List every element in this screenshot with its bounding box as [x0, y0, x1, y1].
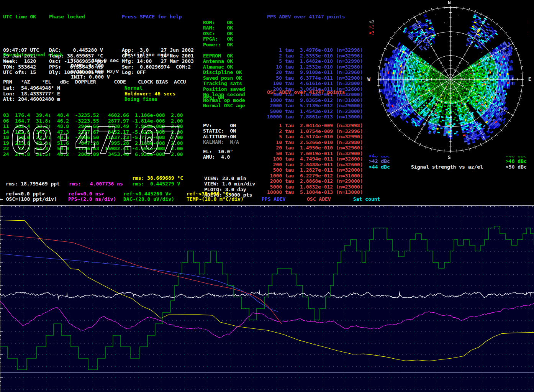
help-hint[interactable]: Press SPACE for help — [122, 14, 194, 20]
table-row: 1000 tau 6.2279e-012 (n=31000) — [267, 173, 363, 179]
compass-east: E — [528, 77, 531, 82]
table-row: 5000 tau 1.0832e-012 (n=23000) — [267, 184, 363, 190]
loop-param-line: TC: 100.0 sec — [71, 58, 119, 64]
satellite-table-header: PRN °AZ °EL dBc DOPPLER CODE CLOCK BIAS … — [3, 79, 186, 85]
gps-status-line: Position saved — [203, 87, 245, 92]
plot-scale-label[interactable]: PPS ADEV — [262, 197, 286, 202]
big-clock-digits: 09:47:07 — [10, 121, 181, 161]
rms-readout: rms: 4.007736 ns — [69, 181, 123, 187]
table-row: 200 tau 2.8488e-011 (n=32600) — [267, 162, 363, 168]
phase-status: Phase locked — [49, 14, 106, 20]
plot-scale-label[interactable]: DAC~(20.0 uV/div) — [123, 197, 174, 202]
compass-north: N — [448, 0, 451, 6]
view-queue-line: VIEW: 1.0 min/div — [204, 181, 255, 187]
compass-south: S — [448, 155, 451, 161]
plot-scale-label[interactable]: OSC ADEV — [307, 197, 331, 202]
el-amu-block: EL: 10.0°AMU: 4.0 — [203, 132, 233, 160]
table-row: 10 tau 1.2532e-010 (n=32980) — [267, 64, 363, 70]
pps-state: PPS: ON — [203, 95, 224, 101]
el-amu-line: EL: 10.0° — [203, 149, 233, 155]
legend-entry: >42 dBc — [369, 159, 390, 164]
table-row: 100 tau 4.7494e-011 (n=32800) — [267, 156, 363, 162]
history-strip-chart[interactable] — [0, 205, 534, 392]
hardware-status-line: RAM: OK — [203, 25, 233, 31]
gps-status-line: Tracking sats — [203, 81, 245, 87]
plot-scale-label[interactable]: ← OSC=(100 ppt/div) — [0, 197, 57, 202]
table-row: 5 tau 1.6482e-010 (n=32990) — [267, 59, 363, 64]
rms-readout: rms: 0.445279 V — [132, 181, 180, 187]
plot-scale-label[interactable]: Sat count — [353, 197, 380, 202]
table-row: 10000 tau 5.1004e-013 (n=13000) — [267, 190, 363, 195]
table-row: 1 tau 3.4976e-010 (n=32998) — [267, 48, 363, 53]
compass-west: W — [367, 77, 370, 82]
table-row: 03 176.4 39.4↓ 48.4 -3235.52 4602.66 1.1… — [3, 113, 186, 118]
table-row: 2 tau 1.0754e-009 (n=32996) — [267, 129, 363, 134]
gps-status-line: Antenna OK — [203, 59, 245, 64]
osc-adev-rows: 1 tau 2.0414e-009 (n=32998) 2 tau 1.0754… — [267, 107, 363, 195]
gps-status-line: Discipline OK — [203, 70, 245, 75]
gps-status-line: Saved posn OK — [203, 75, 245, 81]
table-row: 20 tau 9.9108e-011 (n=32960) — [267, 70, 363, 75]
table-row: 5 tau 4.5174e-010 (n=32990) — [267, 134, 363, 140]
lady-heather-screen: UTC time OK 09:47:07 UTC29 Jan 2011Week:… — [0, 0, 534, 392]
osc-adev-table: OSC ADEV over 41747 points 1 tau 2.0414e… — [267, 79, 363, 207]
hardware-status-line: OSC: OK — [203, 31, 233, 37]
hardware-status-line: ROM: OK — [203, 20, 233, 26]
table-row: 1 tau 2.0414e-009 (n=32998) — [267, 123, 363, 129]
discipline-mode-label: Discipline mode: — [124, 52, 175, 58]
signal-strength-polar-chart[interactable] — [374, 3, 527, 156]
clock-mode: Overdetermined clock — [3, 52, 63, 58]
legend-entry: >48 dBc — [506, 159, 527, 164]
pps-adev-title: PPS ADEV over 41747 points — [267, 14, 363, 20]
table-row: 500 tau 1.2827e-011 (n=32000) — [267, 167, 363, 173]
plot-scale-label[interactable]: PPS~(2.0 ns/div) — [68, 197, 116, 202]
table-row: 50 tau 7.6019e-011 (n=32900) — [267, 151, 363, 157]
utc-status: UTC time OK — [3, 14, 39, 20]
osc-adev-title: OSC ADEV over 41747 points — [267, 90, 363, 95]
rms-readout: rms: 18.795469 ppt — [6, 181, 60, 187]
receiver-mode-line: PV: ON — [203, 123, 239, 129]
table-row: 2000 tau 2.8868e-012 (n=29000) — [267, 179, 363, 184]
view-queue-line: VIEW: 23.0 min — [204, 176, 255, 182]
legend-entry: >50 dBc — [506, 164, 527, 170]
gps-status-line: EEPROM OK — [203, 53, 245, 59]
table-row: 20 tau 1.4950e-010 (n=32960) — [267, 145, 363, 151]
table-row: 10 tau 2.5266e-010 (n=32980) — [267, 140, 363, 146]
gps-status-line: Almanac OK — [203, 64, 245, 70]
rms-readout: rms: 38.669689 °C — [132, 175, 183, 181]
big-digital-clock: 09:47:07 — [7, 121, 191, 161]
polar-chart-caption: Signal strength vs az/el — [411, 164, 483, 170]
table-row: 2 tau 2.5353e-010 (n=32996) — [267, 53, 363, 59]
legend-entry: >44 dBc — [369, 164, 390, 170]
plot-scale-label[interactable]: TEMP~(10.0 m°C/div) — [187, 197, 244, 202]
